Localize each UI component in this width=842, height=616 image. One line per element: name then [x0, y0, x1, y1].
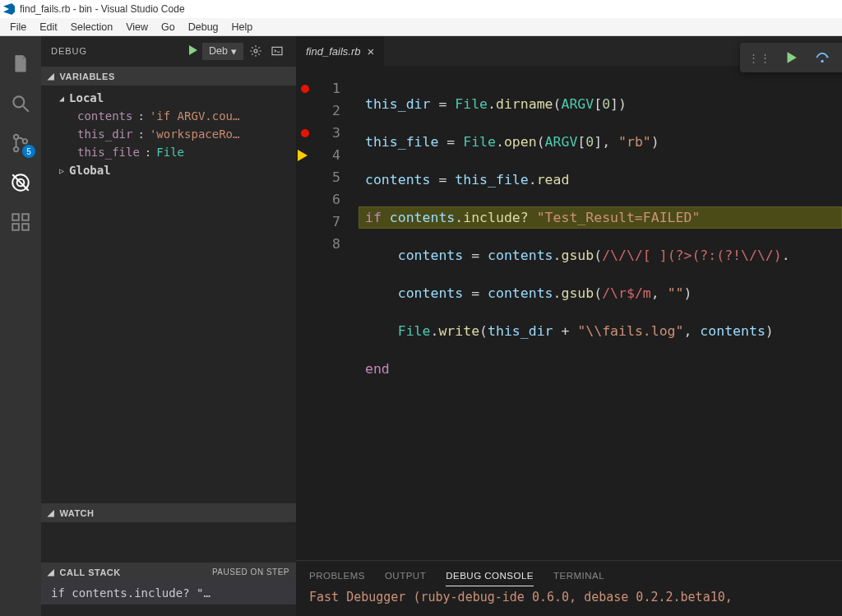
debug-settings-button[interactable] — [247, 42, 265, 60]
var-value: File — [156, 146, 184, 159]
menu-debug[interactable]: Debug — [182, 21, 225, 33]
scope-local[interactable]: ◢ Local — [41, 89, 296, 107]
callstack-frame[interactable]: if contents.include? "… — [41, 581, 296, 604]
watch-header[interactable]: ◢ WATCH — [41, 503, 296, 522]
console-icon — [271, 44, 284, 58]
svg-point-12 — [254, 49, 257, 53]
menu-view[interactable]: View — [119, 21, 155, 33]
menu-file[interactable]: File — [3, 21, 33, 33]
activity-debug[interactable] — [1, 163, 40, 202]
panel: PROBLEMS OUTPUT DEBUG CONSOLE TERMINAL F… — [296, 560, 842, 616]
menu-bar: File Edit Selection View Go Debug Help — [0, 18, 842, 36]
gear-icon — [249, 44, 262, 58]
debug-console-button[interactable] — [268, 42, 286, 60]
debug-console-output[interactable]: Fast Debugger (ruby-debug-ide 0.6.0, deb… — [296, 586, 842, 608]
title-bar: find_fails.rb - bin - Visual Studio Code — [0, 0, 842, 18]
play-icon — [186, 44, 199, 57]
menu-help[interactable]: Help — [225, 21, 260, 33]
svg-rect-11 — [22, 214, 29, 220]
play-icon — [784, 50, 798, 65]
debug-header: DEBUG Deb ▾ — [41, 36, 296, 66]
continue-button[interactable] — [776, 46, 806, 69]
scope-label: Global — [69, 164, 111, 177]
var-name: contents — [77, 109, 132, 123]
breakpoint-icon[interactable] — [301, 129, 309, 137]
vscode-logo-icon — [3, 3, 15, 15]
svg-rect-8 — [12, 214, 19, 220]
menu-edit[interactable]: Edit — [33, 21, 64, 33]
code-editor[interactable]: 1 2 3 4 5 6 7 8 this_dir = File.dirname(… — [296, 66, 842, 560]
search-icon — [10, 93, 31, 114]
svg-rect-13 — [272, 47, 282, 54]
variables-header[interactable]: ◢ VARIABLES — [41, 66, 296, 86]
panel-tabs: PROBLEMS OUTPUT DEBUG CONSOLE TERMINAL — [296, 561, 842, 586]
section-title: WATCH — [60, 508, 95, 518]
paused-label: PAUSED ON STEP — [212, 567, 289, 577]
var-value: 'workspaceRo… — [150, 127, 240, 141]
debug-config-select[interactable]: Deb ▾ — [202, 43, 243, 60]
menu-selection[interactable]: Selection — [64, 21, 119, 33]
panel-tab-problems[interactable]: PROBLEMS — [309, 566, 365, 586]
files-icon — [10, 53, 31, 75]
svg-point-3 — [14, 147, 18, 151]
debug-toolbar[interactable]: ⋮⋮ — [740, 43, 842, 72]
var-name: this_file — [77, 146, 140, 159]
section-title: VARIABLES — [60, 72, 115, 81]
close-icon[interactable]: × — [367, 44, 374, 58]
scm-badge: 5 — [22, 145, 35, 158]
var-this-dir[interactable]: this_dir: 'workspaceRo… — [41, 125, 296, 143]
svg-rect-9 — [12, 224, 19, 230]
var-name: this_dir — [77, 127, 132, 141]
extensions-icon — [10, 211, 31, 233]
panel-tab-terminal[interactable]: TERMINAL — [553, 566, 604, 586]
menu-go[interactable]: Go — [155, 21, 182, 33]
var-this-file[interactable]: this_file: File — [41, 143, 296, 161]
svg-point-2 — [14, 135, 18, 139]
debug-icon — [10, 172, 31, 193]
chevron-right-icon: ▷ — [59, 166, 64, 175]
config-name: Deb — [209, 45, 228, 57]
step-over-button[interactable] — [807, 46, 837, 69]
step-over-icon — [815, 50, 830, 65]
activity-bar: 5 — [0, 36, 41, 616]
current-line-icon — [298, 150, 308, 161]
activity-scm[interactable]: 5 — [1, 123, 40, 163]
code-content[interactable]: this_dir = File.dirname(ARGV[0]) this_fi… — [359, 77, 842, 560]
editor-area: find_fails.rb × ⋮⋮ 1 2 3 4 5 6 7 8 — [296, 36, 842, 616]
tab-find-fails[interactable]: find_fails.rb × — [296, 36, 384, 66]
activity-extensions[interactable] — [1, 202, 40, 242]
callstack-header[interactable]: ◢ CALL STACK PAUSED ON STEP — [41, 562, 296, 581]
chevron-down-icon: ◢ — [48, 72, 55, 81]
tab-label: find_fails.rb — [306, 45, 360, 58]
gutter: 1 2 3 4 5 6 7 8 — [296, 77, 359, 560]
scope-global[interactable]: ▷ Global — [41, 161, 296, 179]
var-contents[interactable]: contents: 'if ARGV.cou… — [41, 107, 296, 125]
debug-view-label: DEBUG — [51, 46, 87, 56]
svg-rect-10 — [22, 224, 29, 230]
sidebar: DEBUG Deb ▾ ◢ VARIABLES — [41, 36, 296, 616]
start-debug-button[interactable] — [186, 44, 199, 59]
section-title: CALL STACK — [60, 567, 121, 577]
panel-tab-debug-console[interactable]: DEBUG CONSOLE — [446, 566, 534, 586]
svg-line-1 — [23, 106, 29, 112]
svg-point-0 — [13, 96, 24, 107]
chevron-down-icon: ◢ — [48, 567, 55, 577]
scope-label: Local — [69, 91, 104, 104]
activity-explorer[interactable] — [1, 44, 40, 84]
step-into-button[interactable] — [839, 46, 842, 69]
drag-handle-icon[interactable]: ⋮⋮ — [745, 52, 775, 64]
chevron-down-icon: ◢ — [59, 94, 64, 103]
activity-search[interactable] — [1, 84, 40, 123]
svg-point-14 — [821, 60, 823, 63]
var-value: 'if ARGV.cou… — [150, 109, 240, 123]
window-title: find_fails.rb - bin - Visual Studio Code — [20, 3, 185, 15]
chevron-down-icon: ◢ — [48, 508, 55, 517]
svg-point-4 — [23, 139, 27, 143]
breakpoint-icon[interactable] — [301, 85, 309, 93]
chevron-down-icon: ▾ — [231, 45, 237, 58]
panel-tab-output[interactable]: OUTPUT — [385, 566, 426, 586]
